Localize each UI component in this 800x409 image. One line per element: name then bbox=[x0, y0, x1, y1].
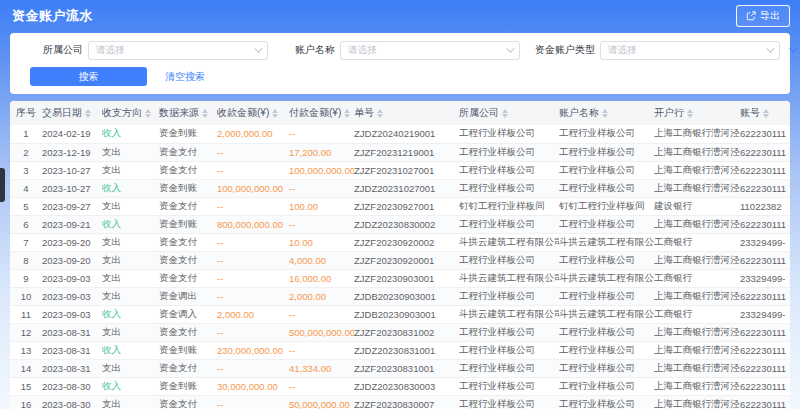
cell-account_no: 23329499- bbox=[740, 305, 790, 323]
cell-company: 斗拱云建筑工程有限公司 bbox=[459, 233, 559, 251]
cell-company: 工程行业样板公司 bbox=[459, 251, 559, 269]
column-header-pay_amount[interactable]: 付款金额(¥) bbox=[289, 101, 354, 125]
sort-caret-icon[interactable] bbox=[344, 109, 350, 118]
sort-caret-icon[interactable] bbox=[272, 109, 278, 118]
chevron-down-icon bbox=[766, 44, 774, 52]
cell-pay_amount: 100,000,000.00 bbox=[289, 161, 354, 179]
left-drawer-handle[interactable] bbox=[0, 168, 5, 202]
table-body: 12024-02-19收入资金到账2,000,000.00--ZJDZ20240… bbox=[10, 125, 790, 409]
cell-source: 资金到账 bbox=[159, 215, 217, 233]
sort-caret-icon[interactable] bbox=[687, 109, 693, 118]
sort-caret-icon[interactable] bbox=[377, 109, 383, 118]
account-name-filter-label: 账户名称 bbox=[295, 43, 335, 57]
sort-caret-icon[interactable] bbox=[145, 109, 151, 118]
sort-caret-icon[interactable] bbox=[602, 109, 608, 118]
cell-doc_no: ZJZF20230920001 bbox=[354, 251, 459, 269]
sort-caret-icon[interactable] bbox=[502, 109, 508, 118]
column-header-bank[interactable]: 开户行 bbox=[654, 101, 740, 125]
cell-date: 2023-09-27 bbox=[42, 197, 102, 215]
cell-account_name: 斗拱云建筑工程有限公司 bbox=[559, 269, 654, 287]
cell-direction: 收入 bbox=[102, 125, 159, 143]
export-button[interactable]: 导出 bbox=[736, 5, 790, 27]
table-row: 62023-09-21收入资金到账800,000,000.00--ZJDZ202… bbox=[10, 215, 790, 233]
cell-account_name: 钉钉工程行业样板间 bbox=[559, 197, 654, 215]
cell-direction: 支出 bbox=[102, 233, 159, 251]
cell-receive_amount: -- bbox=[217, 143, 289, 161]
cell-bank: 上海工商银行漕河泾支行 bbox=[654, 323, 740, 341]
column-header-company[interactable]: 所属公司 bbox=[459, 101, 559, 125]
cell-seq: 12 bbox=[10, 323, 42, 341]
cell-seq: 15 bbox=[10, 377, 42, 395]
cell-seq: 14 bbox=[10, 359, 42, 377]
cell-bank: 上海工商银行漕河泾支行 bbox=[654, 359, 740, 377]
sort-caret-icon[interactable] bbox=[763, 109, 769, 118]
cell-date: 2023-09-20 bbox=[42, 233, 102, 251]
sort-caret-icon[interactable] bbox=[85, 109, 91, 118]
cell-source: 资金支付 bbox=[159, 323, 217, 341]
column-header-date[interactable]: 交易日期 bbox=[42, 101, 102, 125]
cell-account_no: 622230111 bbox=[740, 287, 790, 305]
cell-bank: 工商银行 bbox=[654, 269, 740, 287]
cell-receive_amount: -- bbox=[217, 197, 289, 215]
column-label: 序号 bbox=[16, 106, 36, 120]
table-header-row: 序号交易日期收支方向数据来源收款金额(¥)付款金额(¥)单号所属公司账户名称开户… bbox=[10, 101, 790, 125]
column-header-receive_amount[interactable]: 收款金额(¥) bbox=[217, 101, 289, 125]
cell-source: 资金支付 bbox=[159, 395, 217, 409]
cell-bank: 上海工商银行漕河泾支行 bbox=[654, 215, 740, 233]
column-label: 付款金额(¥) bbox=[289, 106, 341, 120]
table-row: 32023-10-27支出资金支付--100,000,000.00ZJZF202… bbox=[10, 161, 790, 179]
cell-bank: 上海工商银行漕河泾支行 bbox=[654, 287, 740, 305]
cell-date: 2023-08-30 bbox=[42, 377, 102, 395]
cell-company: 工程行业样板公司 bbox=[459, 125, 559, 143]
clear-search-button[interactable]: 清空搜索 bbox=[159, 68, 211, 86]
table-panel: 序号交易日期收支方向数据来源收款金额(¥)付款金额(¥)单号所属公司账户名称开户… bbox=[10, 101, 790, 409]
sort-caret-icon[interactable] bbox=[202, 109, 208, 118]
cell-date: 2023-08-31 bbox=[42, 359, 102, 377]
cell-date: 2023-09-21 bbox=[42, 215, 102, 233]
cell-direction: 支出 bbox=[102, 323, 159, 341]
company-filter-select[interactable]: 请选择 bbox=[88, 41, 268, 60]
table-row: 42023-10-27收入资金到账100,000,000.00--ZJDZ202… bbox=[10, 179, 790, 197]
cell-seq: 10 bbox=[10, 287, 42, 305]
column-header-account_no[interactable]: 账号 bbox=[740, 101, 790, 125]
cell-account_name: 斗拱云建筑工程有限公司 bbox=[559, 233, 654, 251]
cell-account_no: 622230111 bbox=[740, 359, 790, 377]
cell-company: 工程行业样板公司 bbox=[459, 161, 559, 179]
cell-doc_no: ZJDZ20231027001 bbox=[354, 179, 459, 197]
page-header: 资金账户流水 导出 bbox=[0, 0, 800, 32]
cell-doc_no: ZJZF20230903001 bbox=[354, 269, 459, 287]
cell-direction: 收入 bbox=[102, 215, 159, 233]
column-header-source[interactable]: 数据来源 bbox=[159, 101, 217, 125]
cell-account_name: 工程行业样板公司 bbox=[559, 395, 654, 409]
search-button[interactable]: 搜索 bbox=[30, 67, 147, 86]
table-row: 112023-09-03收入资金调入2,000.00--ZJDB20230903… bbox=[10, 305, 790, 323]
cell-direction: 收入 bbox=[102, 305, 159, 323]
cell-doc_no: ZJDB20230903001 bbox=[354, 305, 459, 323]
table-row: 162023-08-30支出资金支付--50,000,000.00ZJZF202… bbox=[10, 395, 790, 409]
column-header-direction[interactable]: 收支方向 bbox=[102, 101, 159, 125]
column-label: 单号 bbox=[354, 106, 374, 120]
column-label: 开户行 bbox=[654, 106, 684, 120]
column-label: 数据来源 bbox=[159, 106, 199, 120]
cell-account_no: 622230111 bbox=[740, 251, 790, 269]
cell-source: 资金支付 bbox=[159, 197, 217, 215]
cell-receive_amount: -- bbox=[217, 359, 289, 377]
expand-filters-link[interactable]: 展开筛选 bbox=[789, 43, 800, 57]
cell-bank: 上海工商银行漕河泾支行 bbox=[654, 161, 740, 179]
cell-doc_no: ZJZF20231027001 bbox=[354, 161, 459, 179]
account-type-filter-select[interactable]: 请选择 bbox=[600, 41, 780, 60]
column-header-doc_no[interactable]: 单号 bbox=[354, 101, 459, 125]
cell-direction: 支出 bbox=[102, 359, 159, 377]
cell-account_name: 工程行业样板公司 bbox=[559, 215, 654, 233]
cell-company: 工程行业样板公司 bbox=[459, 179, 559, 197]
cell-source: 资金到账 bbox=[159, 341, 217, 359]
chevron-down-icon bbox=[506, 44, 514, 52]
account-name-filter-select[interactable]: 请选择 bbox=[340, 41, 520, 60]
company-filter-placeholder: 请选择 bbox=[96, 44, 125, 57]
table-row: 122023-08-31支出资金支付--500,000,000.00ZJZF20… bbox=[10, 323, 790, 341]
table-row: 82023-09-20支出资金支付--4,000.00ZJZF202309200… bbox=[10, 251, 790, 269]
cell-seq: 16 bbox=[10, 395, 42, 409]
cell-company: 工程行业样板公司 bbox=[459, 395, 559, 409]
cell-source: 资金到账 bbox=[159, 125, 217, 143]
column-header-account_name[interactable]: 账户名称 bbox=[559, 101, 654, 125]
